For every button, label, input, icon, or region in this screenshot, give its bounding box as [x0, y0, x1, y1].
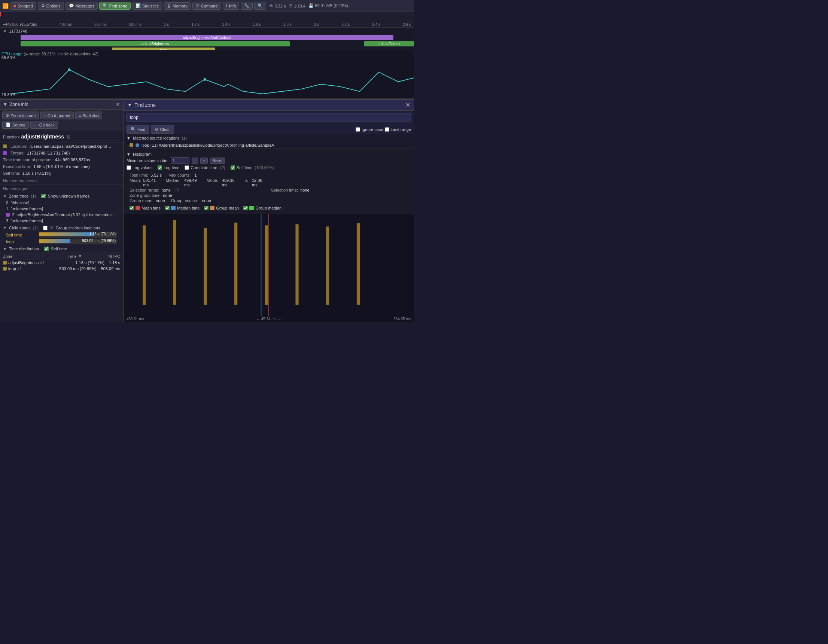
search-icon: 🔍: [131, 127, 136, 132]
ruler-400: 400 ms: [60, 22, 72, 27]
adjust-brightness-bar[interactable]: adjustBrightness: [141, 42, 169, 46]
reset-button[interactable]: Reset: [210, 158, 225, 164]
trace-item-1: 1. [unknown frames]: [0, 206, 123, 212]
wifi-icon: 📶: [2, 3, 9, 9]
adjust-brightness-contrast-bar[interactable]: adjustBrightnessAndContrast: [183, 36, 231, 40]
triangle-icon: ▼: [3, 247, 7, 251]
go-back-button[interactable]: ← Go back: [30, 121, 58, 129]
legend-group-median: Group median: [243, 206, 281, 210]
matched-locations-section[interactable]: ▼ Matched source locations (1): [124, 134, 414, 142]
source-panel-button[interactable]: 📄 Source: [2, 121, 29, 129]
options-button[interactable]: ⚙ Options: [38, 2, 64, 10]
triangle-icon: ▼: [3, 194, 7, 198]
histogram-area: ▼ Histogram Minimum values in bin: - + R…: [124, 149, 414, 214]
clear-icon: ⊘: [155, 127, 158, 132]
zone-function: Function: adjustBrightness ⎘: [0, 131, 123, 143]
find-zone-search-input[interactable]: [127, 113, 411, 122]
zoom-search-button[interactable]: 🔍: [254, 2, 266, 10]
clear-button[interactable]: ⊘ Clear: [151, 125, 174, 133]
match-color-dot: [130, 143, 133, 147]
time-distribution-section[interactable]: ▼ Time distribution Self time: [0, 245, 123, 252]
histogram-stats: Total time: 5.52 s Max counts: 1 Mean: 5…: [127, 171, 411, 204]
ruler-1-6s: 1.6 s: [252, 22, 261, 27]
memory-stat: 💾 64.01 MB (0.20%): [309, 3, 348, 8]
copy-icon[interactable]: ⎘: [67, 134, 70, 139]
show-unknown-checkbox[interactable]: [41, 194, 45, 198]
histogram-xaxis: 489.31 ms ← 45.34 ms → 534.65 ms: [124, 316, 414, 322]
compare-button[interactable]: ⚖ Compare: [192, 2, 221, 10]
matched-location-item[interactable]: loop (11) /Users/mariuszpasinski/Code/pr…: [124, 142, 414, 149]
exec-time-row: Execution time: 1.68 s (101.01% of mean …: [0, 163, 123, 170]
histogram-chart[interactable]: [124, 214, 414, 316]
histogram-legend: Mean time Median time Group mean Group m…: [127, 204, 411, 212]
x-start: 489.31 ms: [127, 317, 144, 321]
trace-item-2[interactable]: 2. adjustBrightnessAndContrast (3.32 s) …: [0, 212, 123, 218]
table-row[interactable]: adjustBrightness ×1 1.18 s (70.11%) 1.18…: [0, 260, 123, 266]
find-zone-search-row: [124, 111, 414, 124]
statistics-button[interactable]: 📊 Statistics: [132, 2, 162, 10]
group-mean-checkbox[interactable]: [204, 206, 209, 210]
ignore-case-checkbox[interactable]: [356, 127, 360, 132]
memory-button[interactable]: 🗄 Memory: [163, 2, 191, 10]
trace-item-0: 0. [this zone]: [0, 200, 123, 206]
group-median-checkbox[interactable]: [243, 206, 248, 210]
info-icon: ℹ: [226, 3, 227, 8]
triangle-icon: ▼: [127, 136, 131, 140]
match-dot-blue: [135, 143, 139, 147]
statistics-panel-button[interactable]: ≡ Statistics: [75, 111, 102, 119]
triangle-icon: ▼: [127, 152, 131, 157]
svg-point-1: [204, 78, 206, 81]
find-button[interactable]: 🔍 Find: [127, 125, 149, 133]
child-zones-section[interactable]: ▼ Child zones (1) ⚛ Group children locat…: [0, 224, 123, 232]
mean-time-checkbox[interactable]: [130, 206, 134, 210]
self-time-hist-checkbox[interactable]: [231, 165, 235, 170]
adjust-color-dot: [6, 213, 10, 217]
log-time-checkbox[interactable]: [158, 165, 162, 170]
median-time-checkbox[interactable]: [165, 206, 169, 210]
zoom-icon: 🔍: [257, 3, 263, 8]
info-button[interactable]: ℹ Info: [223, 2, 239, 10]
zone-trace-section[interactable]: ▼ Zone trace (1) Show unknown frames: [0, 192, 123, 200]
find-zone-button[interactable]: 🔍 Find zone: [99, 2, 131, 10]
table-row[interactable]: loop ×1 503.09 ms (29.89%) 503.09 ms: [0, 266, 123, 272]
cumulate-checkbox[interactable]: [185, 165, 189, 170]
x-end: 534.65 ms: [394, 317, 411, 321]
thread-row: Thread: 11731748 (11,731,748): [0, 150, 123, 157]
tools-button[interactable]: 🔧: [241, 2, 252, 10]
svg-rect-5: [204, 228, 207, 305]
log-values-checkbox[interactable]: [127, 165, 131, 170]
ruler-600: 600 ms: [94, 22, 107, 27]
stopped-button[interactable]: ■ Stopped: [10, 2, 36, 10]
adjust-contrast-bar[interactable]: adjustContra: [378, 42, 400, 46]
trace-item-3: 3. [unknown frames]: [0, 218, 123, 224]
plus-button[interactable]: +: [200, 158, 208, 164]
triangle-icon: ▼: [3, 226, 7, 230]
timeline-start: +44s 866,915,573ns: [3, 22, 37, 27]
limit-range-checkbox[interactable]: [385, 127, 389, 132]
ruler-2-4s: 2.4 s: [372, 22, 380, 27]
go-to-parent-button[interactable]: ↑ Go to parent: [41, 111, 74, 119]
self-time-dist-checkbox[interactable]: [44, 247, 49, 251]
min-values-input[interactable]: [171, 157, 190, 164]
compare-icon: ⚖: [196, 3, 199, 8]
zoom-to-zone-button[interactable]: ⊙ Zoom to zone: [2, 111, 39, 119]
group-children-checkbox[interactable]: [43, 226, 47, 230]
svg-rect-9: [326, 226, 329, 305]
messages-button[interactable]: 💬 Messages: [66, 2, 98, 10]
zone-panel: ▼ Zone info ✕ ⊙ Zoom to zone ↑ Go to par…: [0, 99, 124, 322]
minus-button[interactable]: -: [192, 158, 198, 164]
eye-stat: 👁 5.32 s: [269, 4, 285, 8]
ruler-1s: 1 s: [164, 22, 169, 27]
location-row: Location: /Users/mariuszpasinski/Code/pr…: [0, 143, 123, 150]
gear-icon: ⚙: [41, 3, 45, 8]
stop-icon: ■: [14, 4, 16, 8]
message-icon: 💬: [69, 3, 74, 8]
memory-icon: 🗄: [167, 4, 171, 8]
up-icon: ↑: [44, 113, 46, 118]
timeline-area[interactable]: +44s 866,915,573ns 400 ms 600 ms 800 ms …: [0, 12, 414, 28]
ruler-1-8s: 1.8 s: [283, 22, 292, 27]
svg-rect-3: [143, 225, 146, 305]
tools-icon: 🔧: [244, 3, 249, 8]
svg-point-0: [68, 68, 71, 71]
chart-icon: 📊: [135, 3, 141, 8]
